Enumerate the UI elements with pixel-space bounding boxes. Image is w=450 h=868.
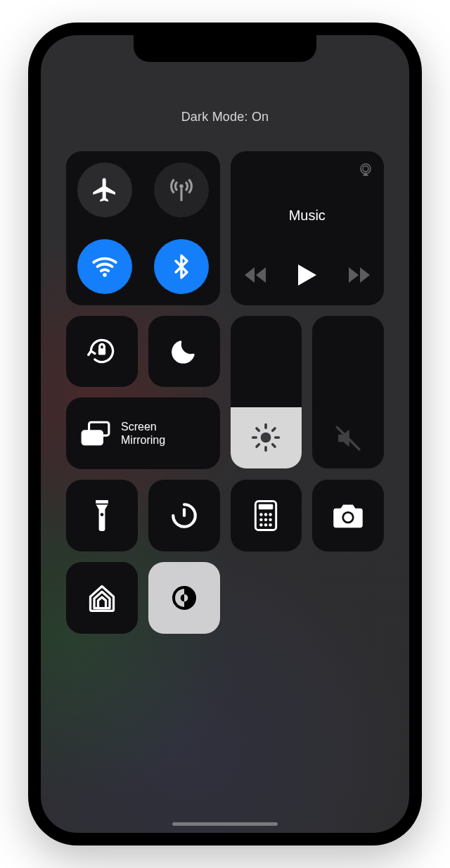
flashlight-button[interactable]: [66, 480, 138, 551]
now-playing-tile[interactable]: Music: [231, 151, 385, 305]
airplay-icon[interactable]: [357, 161, 374, 178]
dark-mode-toggle[interactable]: [148, 562, 220, 634]
phone-notch: [134, 35, 316, 62]
airplane-icon: [91, 176, 119, 204]
svg-point-18: [101, 513, 104, 516]
screen-mirroring-icon: [80, 420, 111, 447]
svg-point-0: [179, 184, 184, 189]
screen-mirroring-label-line1: Screen: [121, 420, 165, 433]
phone-screen: Dark Mode: On: [41, 35, 409, 833]
cellular-data-toggle[interactable]: [154, 162, 209, 217]
svg-point-31: [269, 523, 272, 526]
media-title: Music: [289, 208, 326, 224]
calculator-icon: [254, 500, 278, 531]
home-icon: [86, 582, 117, 613]
svg-point-26: [260, 518, 263, 521]
wifi-icon: [90, 252, 120, 281]
calculator-button[interactable]: [231, 480, 302, 551]
control-center: Dark Mode: On: [66, 110, 384, 634]
svg-point-23: [260, 513, 263, 516]
brightness-icon: [250, 422, 281, 453]
svg-point-6: [261, 433, 271, 443]
svg-point-27: [264, 518, 267, 521]
svg-line-13: [257, 445, 259, 447]
svg-rect-22: [259, 504, 274, 509]
screen-mirroring-label-line2: Mirroring: [121, 433, 165, 447]
fast-forward-button[interactable]: [349, 267, 370, 283]
svg-line-11: [257, 428, 259, 430]
orientation-lock-icon: [86, 336, 117, 366]
antenna-icon: [167, 175, 196, 205]
svg-point-30: [264, 523, 267, 526]
home-button[interactable]: [66, 562, 138, 634]
bluetooth-icon: [168, 253, 195, 280]
wifi-toggle[interactable]: [77, 239, 132, 294]
flashlight-icon: [94, 500, 110, 531]
svg-line-14: [273, 428, 275, 430]
timer-button[interactable]: [148, 480, 220, 551]
brightness-slider[interactable]: [231, 316, 302, 469]
airplane-mode-toggle[interactable]: [77, 162, 132, 217]
svg-point-29: [260, 523, 263, 526]
svg-point-24: [264, 513, 267, 516]
phone-mockup: Dark Mode: On: [28, 23, 422, 845]
connectivity-tile: [66, 151, 220, 305]
screen-mirroring-button[interactable]: Screen Mirroring: [66, 397, 220, 469]
svg-point-2: [103, 273, 107, 277]
play-button[interactable]: [298, 264, 316, 286]
rewind-button[interactable]: [245, 267, 266, 283]
moon-icon: [172, 338, 197, 364]
svg-point-33: [344, 513, 352, 522]
home-indicator[interactable]: [172, 822, 278, 826]
orientation-lock-toggle[interactable]: [66, 316, 138, 388]
svg-rect-17: [82, 431, 102, 445]
status-label: Dark Mode: On: [66, 110, 384, 125]
do-not-disturb-toggle[interactable]: [148, 316, 220, 388]
svg-rect-19: [96, 504, 108, 505]
volume-mute-icon: [333, 423, 363, 453]
svg-point-28: [269, 518, 272, 521]
camera-button[interactable]: [312, 480, 384, 551]
camera-icon: [332, 502, 364, 529]
svg-point-25: [269, 513, 272, 516]
volume-slider[interactable]: [312, 316, 384, 469]
svg-point-3: [361, 164, 371, 174]
svg-point-4: [363, 166, 368, 172]
control-grid: Music: [66, 151, 384, 634]
dark-mode-icon: [170, 584, 198, 612]
timer-icon: [169, 501, 199, 530]
svg-line-12: [273, 445, 275, 447]
bluetooth-toggle[interactable]: [154, 239, 209, 294]
